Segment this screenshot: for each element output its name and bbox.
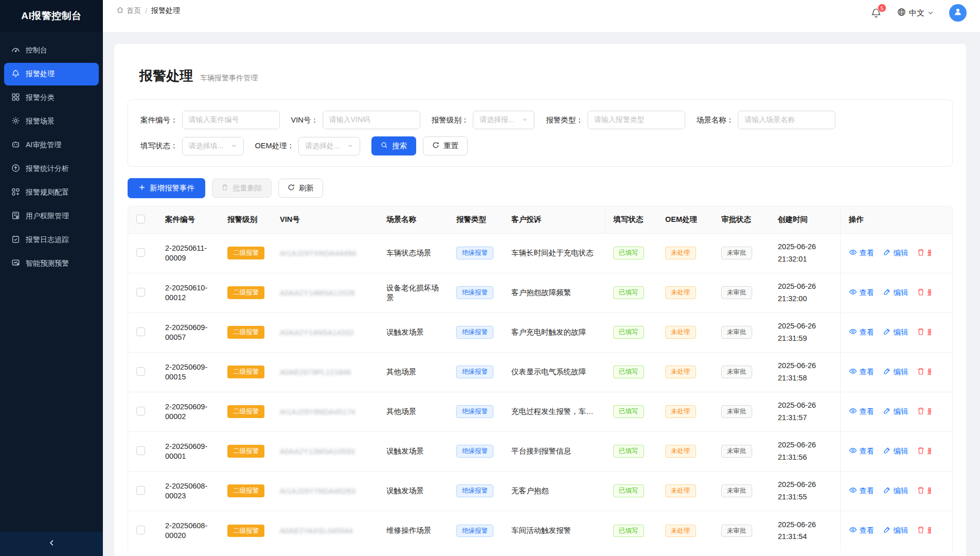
view-button[interactable]: 查看	[849, 526, 875, 535]
created-time: 21:31:59	[778, 333, 832, 344]
filter-select[interactable]: 请选择处...	[298, 137, 360, 155]
delete-button[interactable]: 删除	[917, 327, 931, 337]
view-button[interactable]: 查看	[849, 327, 875, 337]
fill-status-badge: 已填写	[613, 484, 644, 497]
edit-button[interactable]: 编辑	[883, 248, 908, 258]
created-date: 2025-06-26	[778, 399, 832, 411]
add-alarm-event-button[interactable]: 新增报警事件	[128, 178, 205, 198]
row-checkbox[interactable]	[136, 526, 145, 534]
table-row: 2-20250609-00057 二级报警 A0AA2Y14NSA14332 误…	[128, 312, 953, 352]
select-all-checkbox[interactable]	[136, 215, 145, 223]
sidebar-item-gear[interactable]: 报警场景	[4, 110, 99, 133]
sidebar-item-category[interactable]: 报警分类	[4, 86, 99, 109]
language-selector[interactable]: 中文	[897, 8, 934, 18]
edit-button[interactable]: 编辑	[883, 367, 908, 377]
filter-panel: 案件编号：请输入案件编号VIN号：请输入VIN码报警级别：请选择报...报警类型…	[128, 99, 953, 167]
sidebar-item-upload[interactable]: 报警统计分析	[4, 158, 99, 180]
edit-button[interactable]: 编辑	[883, 446, 908, 456]
row-checkbox[interactable]	[136, 407, 145, 415]
filter-input[interactable]: 请输入VIN码	[323, 111, 420, 129]
eye-icon	[849, 367, 857, 377]
view-button[interactable]: 查看	[849, 248, 875, 258]
scene-name: 设备老化损坏场景	[386, 284, 439, 302]
alarm-level-badge: 二级报警	[227, 525, 264, 537]
delete-button[interactable]: 删除	[917, 367, 931, 377]
reset-button[interactable]: 重置	[423, 136, 468, 155]
breadcrumb-home[interactable]: 首页	[116, 6, 141, 15]
alarm-type-badge: 绝缘报警	[456, 405, 493, 418]
sidebar-collapse-button[interactable]	[0, 532, 103, 556]
column-header: 案件编号	[157, 206, 219, 233]
vin-text: AI1AJ29Y8NDA45174	[280, 408, 355, 416]
filter-label: 报警级别：	[432, 115, 469, 125]
sidebar-item-gauge[interactable]: 控制台	[4, 39, 99, 62]
notification-bell-button[interactable]: 5	[870, 7, 882, 19]
sidebar-item-trend[interactable]: 智能预测预警	[4, 252, 99, 275]
fill-status-badge: 已填写	[613, 247, 644, 259]
edit-button[interactable]: 编辑	[883, 486, 908, 496]
approve-status-badge: 未审批	[721, 525, 752, 537]
row-checkbox[interactable]	[136, 486, 145, 495]
pencil-icon	[883, 327, 891, 337]
approve-status-badge: 未审批	[721, 326, 752, 339]
case-id: 2-20250610-00012	[165, 283, 211, 303]
sidebar-item-user-permission[interactable]: 用户权限管理	[4, 205, 99, 228]
delete-button[interactable]: 删除	[917, 248, 931, 258]
edit-button[interactable]: 编辑	[883, 526, 908, 535]
view-button[interactable]: 查看	[849, 446, 875, 456]
sidebar-item-log[interactable]: 报警日志追踪	[4, 229, 99, 251]
row-checkbox[interactable]	[136, 248, 145, 257]
filter-label: 案件编号：	[140, 115, 178, 125]
vin-text: AI1AJ29Y7NDA45263	[280, 487, 355, 495]
view-button[interactable]: 查看	[849, 367, 875, 377]
delete-button[interactable]: 删除	[917, 486, 931, 496]
scene-name: 车辆状态场景	[386, 249, 431, 257]
search-button[interactable]: 搜索	[371, 136, 416, 155]
edit-button[interactable]: 编辑	[883, 407, 908, 416]
delete-button[interactable]: 删除	[917, 446, 931, 456]
view-button[interactable]: 查看	[849, 288, 875, 298]
eye-icon	[849, 526, 857, 535]
sidebar-item-bell[interactable]: 报警处理	[4, 63, 99, 85]
filter-select[interactable]: 请选择填...	[182, 137, 244, 155]
customer-complaint: 仪表显示电气系统故障	[511, 368, 586, 376]
column-header: 填写状态	[605, 206, 657, 233]
edit-button[interactable]: 编辑	[883, 327, 908, 337]
sidebar-item-rules[interactable]: 报警规则配置	[4, 181, 99, 204]
alarm-level-badge: 二级报警	[227, 366, 264, 378]
column-header: 客户投诉	[503, 206, 605, 233]
batch-delete-button[interactable]: 批量删除	[212, 179, 272, 198]
pencil-icon	[883, 486, 891, 496]
trend-icon	[11, 258, 20, 269]
user-avatar[interactable]	[949, 4, 967, 22]
edit-button[interactable]: 编辑	[883, 288, 908, 298]
filter-input[interactable]: 请输入案件编号	[182, 111, 280, 129]
delete-button[interactable]: 删除	[917, 526, 931, 535]
row-checkbox[interactable]	[136, 446, 145, 455]
refresh-icon	[288, 184, 295, 193]
trash-icon	[917, 327, 925, 337]
view-button[interactable]: 查看	[849, 486, 875, 496]
filter-select[interactable]: 请选择报...	[473, 111, 534, 129]
view-button[interactable]: 查看	[849, 407, 875, 416]
table-row: 2-20250609-00001 二级报警 A0AA2Y13MSA10593 误…	[128, 431, 953, 471]
filter-input[interactable]: 请输入报警类型	[587, 111, 685, 129]
sidebar-item-label: 报警分类	[26, 93, 55, 102]
approve-status-badge: 未审批	[721, 366, 752, 378]
case-id: 2-20250611-00009	[165, 244, 211, 263]
filter-input[interactable]: 请输入场景名称	[738, 111, 835, 129]
table-row: 2-20250610-00012 二级报警 A0AA2Y14MSA12028 设…	[128, 273, 953, 312]
sidebar-item-label: 报警处理	[26, 70, 55, 79]
row-checkbox[interactable]	[136, 288, 145, 297]
row-checkbox[interactable]	[136, 327, 145, 336]
customer-complaint: 车辆长时间处于充电状态	[511, 249, 594, 257]
row-checkbox[interactable]	[136, 367, 145, 376]
scene-name: 其他场景	[386, 368, 416, 376]
customer-complaint: 平台接到报警信息	[511, 447, 571, 455]
column-header: OEM处理	[657, 206, 713, 233]
refresh-button[interactable]: 刷新	[278, 179, 323, 198]
sidebar-item-robot[interactable]: AI审批管理	[4, 134, 99, 157]
delete-button[interactable]: 删除	[917, 288, 931, 298]
delete-button[interactable]: 删除	[917, 407, 931, 416]
eye-icon	[849, 327, 857, 337]
